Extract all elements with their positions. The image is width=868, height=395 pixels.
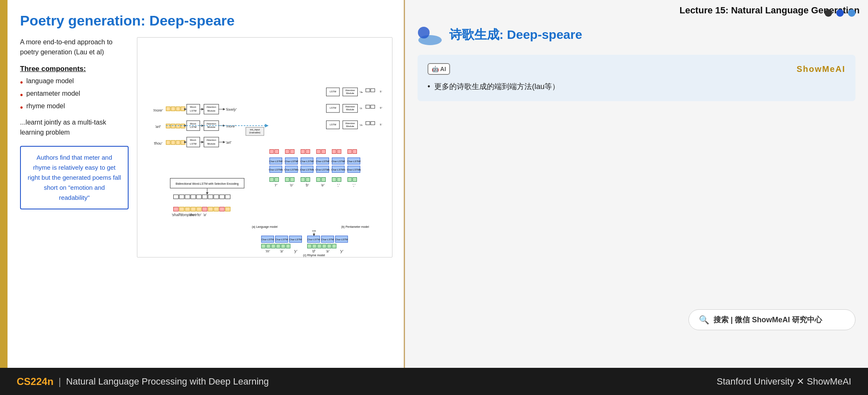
svg-text:Module: Module <box>346 108 354 111</box>
svg-rect-137 <box>348 150 352 154</box>
svg-rect-63 <box>202 207 207 211</box>
ai-card: 🤖 AI ShowMeAI • 更多的诗歌生成的端到端方法(lau等） <box>418 55 855 101</box>
slide-content: Poetry generation: Deep-speare A more en… <box>8 0 405 368</box>
slide-area: Poetry generation: Deep-speare A more en… <box>0 0 405 395</box>
svg-text:Char-LSTM: Char-LSTM <box>261 238 274 241</box>
svg-text:Char-LSTMf: Char-LSTMf <box>269 160 283 163</box>
svg-text:Module: Module <box>207 110 215 112</box>
highlight-box: Authors find that meter and rhyme is rel… <box>20 146 129 209</box>
svg-text:S⁺: S⁺ <box>380 107 382 109</box>
svg-rect-52 <box>197 195 202 199</box>
svg-rect-148 <box>337 178 341 182</box>
svg-text:'o': 'o' <box>290 183 294 187</box>
svg-text:(trainable): (trainable) <box>249 131 261 134</box>
svg-rect-136 <box>337 150 341 154</box>
svg-text:init_input: init_input <box>250 128 260 131</box>
svg-rect-12 <box>166 140 170 145</box>
svg-text:Module: Module <box>207 143 215 145</box>
svg-text:',': ',' <box>337 183 339 187</box>
svg-rect-142 <box>290 178 294 182</box>
showmeai-brand: ShowMeAI <box>797 64 845 74</box>
svg-rect-138 <box>353 150 357 154</box>
svg-rect-127 <box>270 150 274 154</box>
svg-text:Char-LSTMf: Char-LSTMf <box>316 160 329 163</box>
svg-rect-179 <box>312 244 316 248</box>
bullet-marker: • <box>428 81 430 93</box>
svg-rect-65 <box>214 207 219 211</box>
svg-text:Char-LSTM: Char-LSTM <box>335 238 348 241</box>
svg-text:Module: Module <box>346 125 354 127</box>
svg-text:LSTM: LSTM <box>190 143 197 145</box>
svg-text:Attention: Attention <box>206 122 216 125</box>
svg-text:Char-LSTMb: Char-LSTMb <box>284 168 299 171</box>
course-label: CS224n <box>17 376 53 387</box>
bullet-dot: • <box>20 91 23 99</box>
bullet-dot: • <box>20 78 23 87</box>
svg-rect-59 <box>179 207 184 211</box>
dot-3 <box>848 9 855 17</box>
svg-text:Char-LSTMf: Char-LSTMf <box>332 160 345 163</box>
bullet-list: • language model • pentameter model • rh… <box>20 77 129 112</box>
svg-rect-55 <box>214 195 219 199</box>
svg-rect-130 <box>290 150 294 154</box>
svg-rect-5 <box>171 107 175 111</box>
svg-rect-134 <box>321 150 326 154</box>
svg-text:Char-LSTMb: Char-LSTMb <box>269 168 283 171</box>
svg-text:'art': 'art' <box>226 140 232 145</box>
svg-rect-177 <box>286 244 290 248</box>
svg-rect-141 <box>285 178 289 182</box>
svg-rect-172 <box>261 244 266 248</box>
svg-rect-8 <box>166 124 170 128</box>
diagram-area: (a) Language model 'more' 'art' 'thou' <box>137 37 392 257</box>
ai-card-bullet: • 更多的诗歌生成的端到端方法(lau等） <box>428 81 845 93</box>
svg-rect-84 <box>366 89 370 92</box>
svg-text:LSTM: LSTM <box>329 123 336 126</box>
svg-text:(b) Pentameter model: (b) Pentameter model <box>341 225 369 229</box>
svg-rect-60 <box>185 207 190 211</box>
svg-text:Word-: Word- <box>190 139 197 141</box>
svg-rect-176 <box>281 244 285 248</box>
bullet-dot: • <box>20 103 23 112</box>
svg-text:'m': 'm' <box>266 249 270 253</box>
svg-rect-93 <box>371 105 375 108</box>
svg-rect-174 <box>271 244 276 248</box>
svg-rect-131 <box>301 150 305 154</box>
svg-rect-48 <box>174 195 179 199</box>
svg-text:LSTM: LSTM <box>190 110 197 112</box>
svg-text:(a) Language model: (a) Language model <box>252 225 278 229</box>
svg-rect-10 <box>176 124 180 128</box>
course-subtitle: Natural Language Processing with Deep Le… <box>66 376 269 387</box>
svg-rect-178 <box>307 244 311 248</box>
svg-rect-149 <box>348 178 352 182</box>
svg-text:'r': 'r' <box>274 183 277 187</box>
right-panel: Lecture 15: Natural Language Generation … <box>405 0 868 368</box>
svg-rect-49 <box>179 195 184 199</box>
svg-rect-64 <box>208 207 213 211</box>
svg-rect-140 <box>275 178 279 182</box>
svg-rect-145 <box>316 178 321 182</box>
svg-rect-85 <box>371 89 375 92</box>
svg-text:Word-: Word- <box>190 106 197 108</box>
svg-rect-135 <box>332 150 336 154</box>
ai-card-header: 🤖 AI ShowMeAI <box>428 63 845 75</box>
components-heading: Three components: <box>20 65 129 73</box>
svg-text:LSTM: LSTM <box>329 90 336 93</box>
svg-rect-128 <box>275 150 279 154</box>
svg-text:S⁻: S⁻ <box>380 90 382 93</box>
svg-text:'more': 'more' <box>226 124 236 128</box>
diagram-svg: (a) Language model 'more' 'art' 'thou' <box>137 38 392 257</box>
svg-rect-4 <box>166 107 170 111</box>
search-bar[interactable]: 🔍 搜索 | 微信 ShowMeAI 研究中心 <box>688 309 855 330</box>
svg-text:Bidirectional Word-LSTM with S: Bidirectional Word-LSTM with Selective E… <box>176 182 239 186</box>
bottom-bar-left: CS224n | Natural Language Processing wit… <box>17 376 269 387</box>
svg-rect-11 <box>181 124 185 128</box>
intro-text: A more end-to-end approach to poetry gen… <box>20 37 129 57</box>
svg-rect-6 <box>176 107 180 111</box>
ai-badge: 🤖 AI <box>428 63 450 75</box>
svg-text:LSTM: LSTM <box>329 107 336 109</box>
svg-text:'a': 'a' <box>203 213 207 217</box>
svg-rect-173 <box>266 244 271 248</box>
svg-rect-144 <box>306 178 310 182</box>
svg-rect-146 <box>321 178 326 182</box>
dot-2 <box>836 9 844 17</box>
